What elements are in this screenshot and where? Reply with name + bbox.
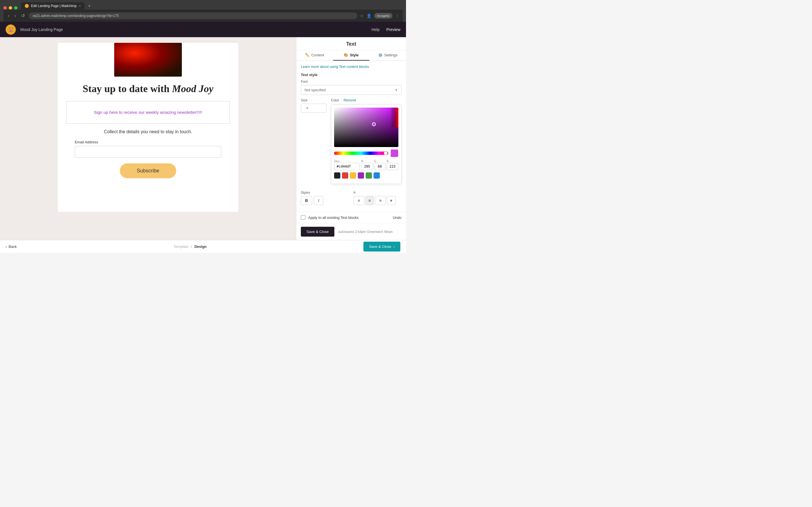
bold-button[interactable]: B [301,196,312,205]
color-gradient[interactable] [334,108,398,147]
close-traffic-light[interactable] [3,6,7,10]
save-close-bottom-button[interactable]: Save & Close › [363,242,400,251]
forward-nav-button[interactable]: › [13,12,17,19]
size-label: Size [301,98,326,102]
highlighted-box[interactable]: Sign up here to receive our weekly amazi… [66,101,230,124]
email-label: Email Address [75,140,98,144]
size-dropdown[interactable]: ▼ [301,104,326,113]
styles-row: B I [301,196,349,205]
settings-tab-label: Settings [384,53,398,57]
swatch-red[interactable] [342,172,348,179]
r-label: R [361,159,373,163]
swatch-green[interactable] [366,172,372,179]
header-actions: Help Preview [371,27,400,32]
align-left-button[interactable]: ≡ [354,196,364,205]
italic-button[interactable]: I [314,196,323,205]
email-input-wrap [75,146,221,158]
url-text: us21.admin.mailchimp.com/landing-pages/d… [33,14,119,18]
color-preview-swatch [391,149,398,157]
back-nav-button[interactable]: ‹ [7,12,10,19]
heading-italic: Mood Joy [172,83,213,94]
font-value: Not specified [305,88,326,92]
b-label: B [387,159,398,163]
swatch-blue[interactable] [373,172,380,179]
text-style-section: Text style [301,73,402,77]
font-dropdown[interactable]: Not specified ▼ [301,85,402,95]
hue-slider[interactable] [334,152,388,155]
more-icon[interactable]: ⋮ [395,13,399,18]
styles-label: Styles [301,191,349,194]
settings-tab-icon: ⚙️ [378,53,383,57]
subscribe-button[interactable]: Subscribe [120,163,176,178]
hue-slider-wrap [334,149,398,157]
style-tab-icon: 🎨 [344,53,348,57]
tab-content[interactable]: ✏️ Content [296,50,333,61]
apply-row: Apply to all existing Text blocks Undo [296,212,406,223]
template-breadcrumb: Template [173,244,188,249]
breadcrumb: Template › Design [173,244,206,249]
app-header: 🐒 Mood Joy Landing Page Help Preview [0,22,406,37]
swatch-yellow[interactable] [350,172,356,179]
refresh-nav-button[interactable]: ↺ [20,12,26,19]
swatch-black[interactable] [334,172,340,179]
incognito-button[interactable]: Incognito [374,13,393,18]
main-layout: Stay up to date with Mood Joy Sign up he… [0,37,406,240]
r-input[interactable] [361,163,373,170]
b-input[interactable] [387,163,398,170]
signup-text: Sign up here to receive our weekly amazi… [94,110,202,115]
tab-favicon-icon [25,4,29,8]
traffic-lights [3,6,17,10]
swatch-purple[interactable] [358,172,364,179]
save-close-bottom-label: Save & Close [369,244,391,249]
tab-settings[interactable]: ⚙️ Settings [369,50,406,61]
panel-title: Text [296,37,406,50]
browser-actions: ☆ 👤 Incognito ⋮ [360,13,399,18]
align-center-button[interactable]: ≡ [365,196,374,205]
hue-handle[interactable] [384,151,388,155]
maximize-traffic-light[interactable] [14,6,17,10]
size-dropdown-arrow: ▼ [306,107,309,110]
save-close-bottom-icon: › [394,244,395,249]
back-label: Back [8,244,17,249]
back-arrow-icon: ‹ [6,244,7,249]
undo-button[interactable]: Undo [393,216,402,220]
url-bar[interactable]: us21.admin.mailchimp.com/landing-pages/d… [29,12,357,19]
color-circle-handle[interactable] [372,122,376,126]
learn-more-link[interactable]: Learn more about using Text content bloc… [301,65,402,69]
align-more-dropdown[interactable]: ▼ [387,196,396,205]
browser-chrome: Edit Landing Page | Mailchimp × + ‹ › ↺ … [0,0,406,22]
save-close-panel-button[interactable]: Save & Close [301,227,335,237]
help-button[interactable]: Help [371,27,379,32]
tab-title: Edit Landing Page | Mailchimp [31,4,77,8]
heading-text: Stay up to date with [83,83,172,94]
content-tab-label: Content [311,53,324,57]
hex-input[interactable] [334,163,359,170]
star-icon[interactable]: ☆ [360,13,364,18]
active-browser-tab[interactable]: Edit Landing Page | Mailchimp × [21,2,85,10]
browser-bar: ‹ › ↺ us21.admin.mailchimp.com/landing-p… [3,10,403,22]
new-tab-button[interactable]: + [86,2,93,10]
profile-icon[interactable]: 👤 [366,13,371,18]
color-picker-popup: Hex R G [331,105,402,184]
align-right-button[interactable]: ≡ [375,196,386,205]
tab-style[interactable]: 🎨 Style [333,50,370,61]
breadcrumb-separator: › [191,244,192,249]
collect-text: Collect the details you need to stay in … [104,129,192,134]
browser-tabs: Edit Landing Page | Mailchimp × + [3,2,403,10]
panel-body: Learn more about using Text content bloc… [296,61,406,212]
content-tab-icon: ✏️ [305,53,310,57]
panel-tabs: ✏️ Content 🎨 Style ⚙️ Settings [296,50,406,61]
minimize-traffic-light[interactable] [9,6,12,10]
apply-all-checkbox[interactable] [301,215,305,220]
preview-button[interactable]: Preview [386,27,400,32]
email-input[interactable] [75,146,221,158]
remove-color-link[interactable]: Remove [344,98,356,102]
style-tab-label: Style [350,53,359,57]
hex-label: Hex [334,159,359,163]
g-input[interactable] [374,163,386,170]
apply-all-label: Apply to all existing Text blocks [308,216,390,220]
back-button[interactable]: ‹ Back [6,244,17,249]
bottom-bar: ‹ Back Template › Design Save & Close › [0,240,406,252]
g-label: G [374,159,386,163]
tab-close-button[interactable]: × [79,4,81,8]
